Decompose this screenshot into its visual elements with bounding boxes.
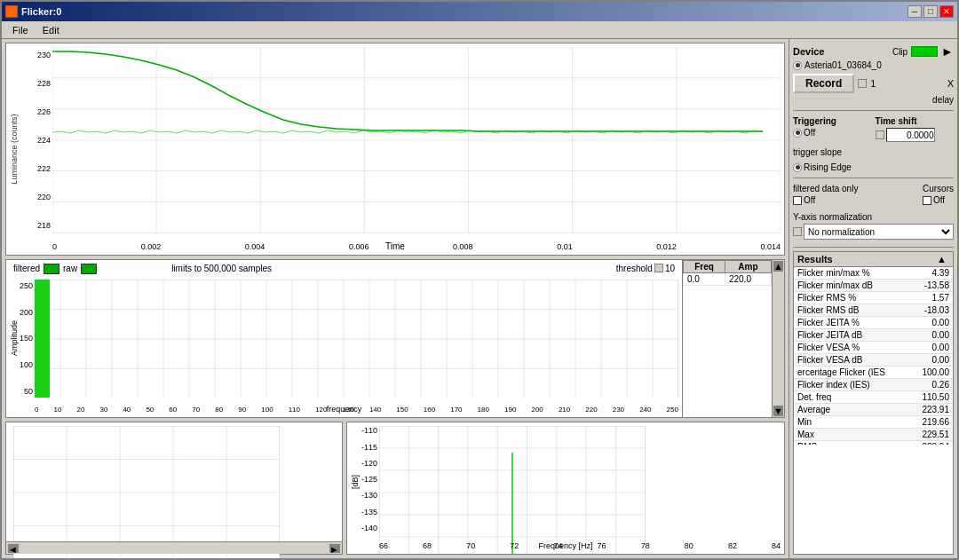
hscroll-track — [20, 545, 328, 552]
scrollbar-down-arrow[interactable]: ▼ — [773, 406, 783, 416]
threshold-area: threshold 10 — [616, 264, 675, 273]
trigger-slope-label: trigger slope — [793, 147, 954, 157]
divider-2 — [793, 177, 954, 178]
trig-value: Off — [804, 128, 815, 138]
freq-chart-svg — [35, 280, 678, 398]
results-row: Flicker min/max %4.39 — [794, 267, 953, 280]
middle-section: filtered raw limits to 500,000 samples t… — [5, 259, 785, 419]
freq-col-header: Freq — [684, 260, 725, 272]
time-shift-input[interactable] — [886, 128, 935, 142]
trig-radio-dot — [796, 130, 800, 135]
legend-row: filtered raw limits to 500,000 samples — [13, 264, 272, 274]
trig-radio[interactable] — [793, 129, 802, 138]
time-shift-section: Time shift — [876, 116, 955, 142]
freq-table-area: Freq Amp 0.0 220.0 — [683, 260, 772, 418]
cursors-section: Cursors Off — [923, 184, 954, 205]
title-text: Flicker:0 — [5, 5, 61, 18]
counter-value: 1 — [870, 78, 876, 89]
triggering-section: Triggering Off — [793, 116, 872, 142]
cursors-checkbox[interactable] — [923, 196, 931, 205]
results-row: ercentage Flicker (IES100.00 — [794, 367, 953, 379]
cursors-label: Cursors — [923, 184, 954, 193]
freq-x-title: frequency — [327, 405, 362, 414]
bottom-y-title: [dB] — [351, 475, 360, 489]
results-row: Flicker VESA %0.00 — [794, 342, 953, 354]
trig-off-row: Off — [793, 128, 872, 138]
time-shift-control[interactable] — [876, 130, 884, 139]
y-axis-title: Luminance (counts) — [10, 114, 19, 184]
freq-table-row: 0.0 220.0 — [684, 272, 772, 285]
menu-bar: File Edit — [2, 21, 957, 39]
middle-scrollbar[interactable]: ▲ ▼ — [772, 260, 784, 418]
results-row: Flicker RMS dB-18.03 — [794, 304, 953, 317]
hscroll-right[interactable]: ► — [329, 544, 340, 553]
time-shift-row — [876, 128, 955, 142]
results-scrollup[interactable]: ▲ — [937, 254, 949, 264]
x-axis-ticks: 0 0.002 0.004 0.006 0.008 0.01 0.012 0.0… — [52, 242, 781, 251]
results-row: Flicker min/max dB-13.58 — [794, 280, 953, 292]
y-norm-row: No normalization — [793, 224, 954, 240]
freq-chart-area: filtered raw limits to 500,000 samples t… — [6, 260, 683, 418]
app-icon — [5, 5, 18, 18]
filtered-data-label: filtered data only — [793, 184, 858, 193]
rising-edge-radio[interactable] — [793, 163, 802, 172]
results-section: Results ▲ Flicker min/max %4.39Flicker m… — [793, 251, 954, 555]
clip-arrow-icon[interactable]: ◄ — [941, 44, 954, 59]
device-clip-section: Device Clip ◄ Asteria01_03684_0 — [793, 43, 954, 106]
record-control[interactable] — [858, 79, 867, 88]
scrollbar-up-arrow[interactable]: ▲ — [773, 261, 783, 272]
title-bar: Flicker:0 ─ □ ✕ — [2, 2, 957, 21]
minimize-button[interactable]: ─ — [907, 5, 922, 18]
y-norm-section: Y-axis normalization No normalization — [793, 212, 954, 240]
norm-dropdown[interactable]: No normalization — [804, 224, 954, 240]
freq-table: Freq Amp 0.0 220.0 — [683, 260, 772, 286]
threshold-control[interactable] — [654, 264, 663, 272]
results-row: Det. freq110.50 — [794, 391, 953, 404]
record-button[interactable]: Record — [793, 74, 854, 93]
bottom-left-chart: ◄ ► — [5, 422, 343, 555]
x-axis-title: Time — [385, 241, 405, 251]
svg-rect-45 — [13, 426, 280, 558]
triggering-label: Triggering — [793, 116, 872, 126]
rising-edge-row: Rising Edge — [793, 162, 954, 172]
main-window: Flicker:0 ─ □ ✕ File Edit 230 228 226 22… — [0, 0, 959, 560]
results-row: RMS223.94 — [794, 441, 953, 446]
device-radio[interactable] — [793, 61, 802, 70]
results-row: Flicker JEITA dB0.00 — [794, 329, 953, 342]
main-content: 230 228 226 224 222 220 218 Luminance (c… — [2, 39, 957, 558]
left-panel: 230 228 226 224 222 220 218 Luminance (c… — [2, 39, 789, 558]
device-name: Asteria01_03684_0 — [804, 60, 882, 70]
right-panel: Device Clip ◄ Asteria01_03684_0 — [789, 39, 957, 558]
hscroll-left[interactable]: ◄ — [8, 544, 19, 553]
record-row: Record 1 X — [793, 74, 954, 93]
bottom-left-svg — [13, 426, 280, 558]
results-table: Flicker min/max %4.39Flicker min/max dB-… — [794, 267, 953, 445]
filtered-legend-box — [44, 264, 59, 274]
menu-file[interactable]: File — [5, 23, 36, 37]
svg-rect-44 — [35, 280, 50, 398]
x-label: X — [947, 78, 954, 89]
scrollbar-track — [773, 272, 784, 406]
results-scroll[interactable]: Flicker min/max %4.39Flicker min/max dB-… — [794, 267, 953, 445]
menu-edit[interactable]: Edit — [36, 23, 67, 37]
close-button[interactable]: ✕ — [939, 5, 954, 18]
raw-legend-box — [81, 264, 97, 274]
time-shift-label: Time shift — [876, 116, 955, 126]
triggering-row: Triggering Off Time shift — [793, 116, 954, 142]
results-row: Min219.66 — [794, 416, 953, 429]
filtered-cursors-row: filtered data only Off Cursors Off — [793, 184, 954, 205]
results-row: Flicker index (IES)0.26 — [794, 379, 953, 391]
top-chart: 230 228 226 224 222 220 218 Luminance (c… — [5, 43, 785, 256]
filtered-checkbox[interactable] — [793, 196, 802, 205]
y-norm-label: Y-axis normalization — [793, 212, 954, 222]
results-row: Flicker RMS %1.57 — [794, 292, 953, 304]
delay-label: delay — [793, 95, 954, 105]
maximize-button[interactable]: □ — [923, 5, 938, 18]
amp-col-header: Amp — [725, 260, 771, 272]
norm-control[interactable] — [793, 227, 802, 236]
divider-1 — [793, 110, 954, 111]
bottom-right-svg — [379, 426, 646, 555]
bottom-left-hscroll[interactable]: ◄ ► — [6, 541, 342, 554]
cursors-checkbox-label: Off — [933, 195, 945, 205]
bottom-right-chart: -110 -115 -120 -125 -130 -135 -140 [dB] — [346, 422, 785, 555]
